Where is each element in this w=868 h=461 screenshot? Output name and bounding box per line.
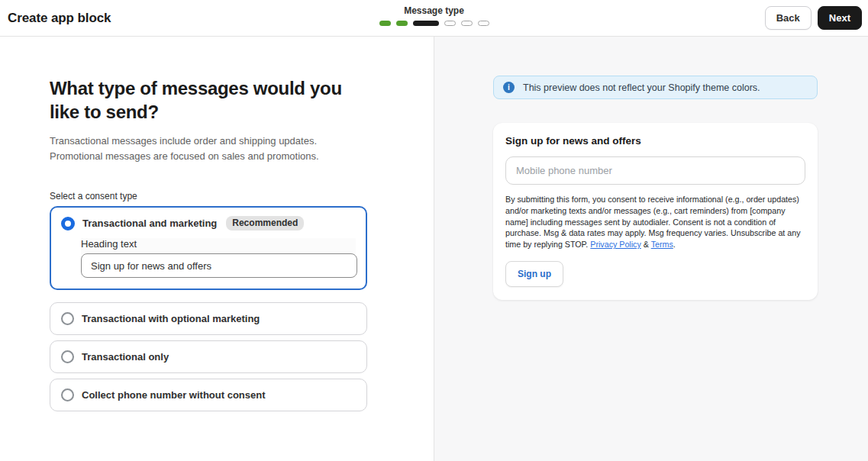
heading-text-input[interactable] [81,253,357,278]
option-transactional-and-marketing[interactable]: Transactional and marketing Recommended … [50,206,367,290]
link-separator: & [641,240,651,249]
option-label: Transactional only [82,351,169,363]
question-description: Transactional messages include order and… [50,134,370,164]
radio-selected-icon[interactable] [61,217,75,230]
signup-button[interactable]: Sign up [505,261,563,287]
progress-pill-current [413,21,439,26]
wizard-progress: Message type [379,5,489,26]
page-title: Create app block [8,11,111,26]
recommended-badge: Recommended [226,216,304,230]
privacy-policy-link[interactable]: Privacy Policy [590,240,641,249]
option-label: Transactional with optional marketing [82,313,260,324]
step-label: Message type [404,5,464,16]
consent-type-label: Select a consent type [50,191,369,201]
heading-text-field-group: Heading text [81,238,356,278]
option-label: Transactional and marketing [82,218,217,229]
info-icon: i [503,82,515,93]
option-transactional-only[interactable]: Transactional only [50,340,367,373]
signup-preview-card: Sign up for news and offers By submittin… [493,123,818,300]
progress-pill-todo [444,21,456,26]
option-label: Collect phone number without consent [82,389,266,401]
progress-pill-done [379,21,391,26]
terms-link[interactable]: Terms [651,240,673,249]
back-button[interactable]: Back [765,6,812,30]
radio-unselected-icon[interactable] [61,388,74,401]
legal-disclaimer: By submitting this form, you consent to … [505,194,805,250]
progress-pills [379,21,489,26]
mobile-phone-input[interactable] [505,156,805,185]
question-heading: What type of messages would you like to … [50,76,355,124]
main-content: What type of messages would you like to … [0,37,868,461]
next-button[interactable]: Next [818,6,862,30]
progress-pill-done [396,21,408,26]
theme-colors-info-banner: i This preview does not reflect your Sho… [493,76,818,99]
top-bar: Create app block Message type Back Next [0,0,868,37]
preview-pane: i This preview does not reflect your Sho… [434,37,868,461]
progress-pill-todo [478,21,489,26]
radio-unselected-icon[interactable] [61,312,74,325]
progress-pill-todo [461,21,473,26]
option-collect-without-consent[interactable]: Collect phone number without consent [50,379,367,411]
heading-text-label: Heading text [81,238,356,250]
signup-form-title: Sign up for news and offers [505,135,805,147]
radio-unselected-icon[interactable] [61,350,74,363]
legal-period: . [673,240,676,249]
banner-text: This preview does not reflect your Shopi… [523,82,760,93]
topbar-actions: Back Next [765,6,862,30]
option-transactional-optional-marketing[interactable]: Transactional with optional marketing [50,302,367,335]
form-pane: What type of messages would you like to … [0,37,434,461]
